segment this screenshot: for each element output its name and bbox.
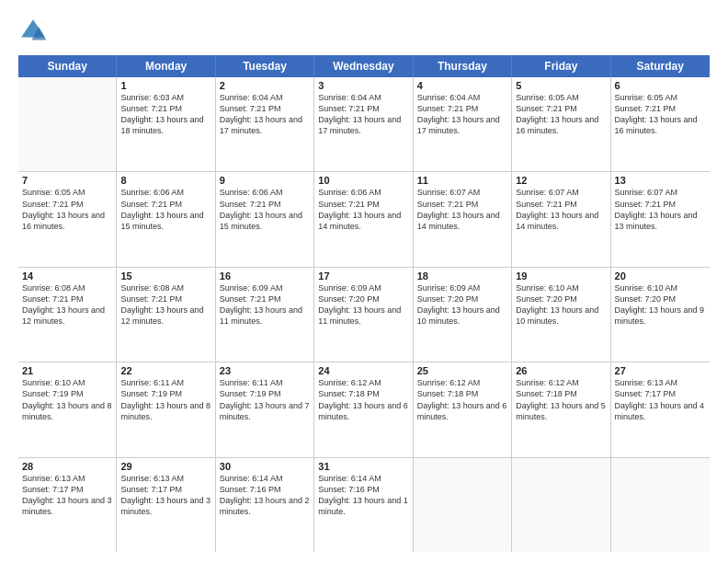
daylight-text: Daylight: 13 hours and 8 minutes. <box>120 400 210 422</box>
sunrise-text: Sunrise: 6:03 AM <box>120 92 210 103</box>
day-number: 27 <box>615 365 706 376</box>
logo <box>18 17 53 46</box>
sunset-text: Sunset: 7:21 PM <box>220 103 310 114</box>
empty-cell <box>18 77 117 171</box>
day-number: 2 <box>220 80 310 91</box>
day-number: 15 <box>120 270 210 282</box>
day-number: 5 <box>516 80 606 91</box>
sunset-text: Sunset: 7:18 PM <box>516 388 606 399</box>
daylight-text: Daylight: 13 hours and 6 minutes. <box>318 400 408 422</box>
calendar: SundayMondayTuesdayWednesdayThursdayFrid… <box>18 55 710 552</box>
daylight-text: Daylight: 13 hours and 2 minutes. <box>220 495 310 517</box>
day-number: 13 <box>615 175 706 186</box>
sunrise-text: Sunrise: 6:04 AM <box>318 92 408 103</box>
sunrise-text: Sunrise: 6:09 AM <box>220 282 310 293</box>
day-number: 22 <box>120 365 210 376</box>
sunrise-text: Sunrise: 6:05 AM <box>22 187 112 198</box>
day-cell-7: 7Sunrise: 6:05 AMSunset: 7:21 PMDaylight… <box>18 172 117 266</box>
day-number: 8 <box>120 175 210 186</box>
day-number: 4 <box>417 80 507 91</box>
day-cell-15: 15Sunrise: 6:08 AMSunset: 7:21 PMDayligh… <box>117 268 215 362</box>
daylight-text: Daylight: 13 hours and 16 minutes. <box>22 210 112 232</box>
daylight-text: Daylight: 13 hours and 17 minutes. <box>417 114 507 136</box>
header-cell-monday: Monday <box>117 55 215 77</box>
day-cell-8: 8Sunrise: 6:06 AMSunset: 7:21 PMDaylight… <box>117 172 215 266</box>
daylight-text: Daylight: 13 hours and 5 minutes. <box>516 400 606 422</box>
page: SundayMondayTuesdayWednesdayThursdayFrid… <box>0 0 728 563</box>
day-number: 29 <box>120 461 210 472</box>
day-cell-4: 4Sunrise: 6:04 AMSunset: 7:21 PMDaylight… <box>414 77 512 171</box>
day-cell-5: 5Sunrise: 6:05 AMSunset: 7:21 PMDaylight… <box>512 77 610 171</box>
daylight-text: Daylight: 13 hours and 14 minutes. <box>516 210 606 232</box>
day-number: 21 <box>22 365 112 376</box>
day-cell-1: 1Sunrise: 6:03 AMSunset: 7:21 PMDaylight… <box>117 77 215 171</box>
sunset-text: Sunset: 7:20 PM <box>516 293 606 304</box>
sunrise-text: Sunrise: 6:08 AM <box>120 282 210 293</box>
daylight-text: Daylight: 13 hours and 16 minutes. <box>516 114 606 136</box>
day-cell-24: 24Sunrise: 6:12 AMSunset: 7:18 PMDayligh… <box>314 362 413 456</box>
daylight-text: Daylight: 13 hours and 13 minutes. <box>615 210 706 232</box>
sunrise-text: Sunrise: 6:08 AM <box>22 282 112 293</box>
daylight-text: Daylight: 13 hours and 17 minutes. <box>318 114 408 136</box>
sunrise-text: Sunrise: 6:06 AM <box>120 187 210 198</box>
sunrise-text: Sunrise: 6:07 AM <box>417 187 507 198</box>
day-cell-16: 16Sunrise: 6:09 AMSunset: 7:21 PMDayligh… <box>216 268 314 362</box>
day-cell-30: 30Sunrise: 6:14 AMSunset: 7:16 PMDayligh… <box>216 458 314 552</box>
day-cell-17: 17Sunrise: 6:09 AMSunset: 7:20 PMDayligh… <box>314 268 413 362</box>
day-cell-13: 13Sunrise: 6:07 AMSunset: 7:21 PMDayligh… <box>611 172 710 266</box>
daylight-text: Daylight: 13 hours and 9 minutes. <box>615 304 706 327</box>
day-number: 1 <box>120 80 210 91</box>
daylight-text: Daylight: 13 hours and 12 minutes. <box>120 304 210 327</box>
daylight-text: Daylight: 13 hours and 15 minutes. <box>220 210 310 232</box>
day-number: 20 <box>615 270 706 282</box>
day-cell-26: 26Sunrise: 6:12 AMSunset: 7:18 PMDayligh… <box>512 362 610 456</box>
day-number: 14 <box>22 270 112 282</box>
logo-icon <box>18 17 48 46</box>
sunset-text: Sunset: 7:19 PM <box>22 388 112 399</box>
day-cell-22: 22Sunrise: 6:11 AMSunset: 7:19 PMDayligh… <box>117 362 215 456</box>
sunrise-text: Sunrise: 6:13 AM <box>615 377 706 388</box>
day-cell-10: 10Sunrise: 6:06 AMSunset: 7:21 PMDayligh… <box>314 172 413 266</box>
sunset-text: Sunset: 7:18 PM <box>318 388 408 399</box>
day-number: 30 <box>220 461 310 472</box>
day-number: 28 <box>22 461 112 472</box>
sunset-text: Sunset: 7:17 PM <box>120 484 210 495</box>
sunrise-text: Sunrise: 6:12 AM <box>318 377 408 388</box>
day-number: 9 <box>220 175 310 186</box>
header-cell-wednesday: Wednesday <box>314 55 413 77</box>
sunset-text: Sunset: 7:20 PM <box>318 293 408 304</box>
sunrise-text: Sunrise: 6:14 AM <box>220 473 310 484</box>
daylight-text: Daylight: 13 hours and 11 minutes. <box>318 304 408 327</box>
week-row-1: 1Sunrise: 6:03 AMSunset: 7:21 PMDaylight… <box>18 77 710 172</box>
sunrise-text: Sunrise: 6:06 AM <box>318 187 408 198</box>
day-number: 18 <box>417 270 507 282</box>
day-number: 12 <box>516 175 606 186</box>
empty-cell <box>512 458 610 552</box>
daylight-text: Daylight: 13 hours and 11 minutes. <box>220 304 310 327</box>
header-cell-sunday: Sunday <box>18 55 117 77</box>
day-cell-12: 12Sunrise: 6:07 AMSunset: 7:21 PMDayligh… <box>512 172 610 266</box>
day-cell-18: 18Sunrise: 6:09 AMSunset: 7:20 PMDayligh… <box>414 268 512 362</box>
sunset-text: Sunset: 7:19 PM <box>220 388 310 399</box>
sunrise-text: Sunrise: 6:09 AM <box>417 282 507 293</box>
sunrise-text: Sunrise: 6:10 AM <box>22 377 112 388</box>
day-number: 7 <box>22 175 112 186</box>
week-row-2: 7Sunrise: 6:05 AMSunset: 7:21 PMDaylight… <box>18 172 710 267</box>
sunrise-text: Sunrise: 6:04 AM <box>417 92 507 103</box>
sunrise-text: Sunrise: 6:05 AM <box>516 92 606 103</box>
sunset-text: Sunset: 7:21 PM <box>220 199 310 210</box>
sunrise-text: Sunrise: 6:10 AM <box>615 282 706 293</box>
day-cell-28: 28Sunrise: 6:13 AMSunset: 7:17 PMDayligh… <box>18 458 117 552</box>
day-number: 23 <box>220 365 310 376</box>
daylight-text: Daylight: 13 hours and 4 minutes. <box>615 400 706 422</box>
day-cell-19: 19Sunrise: 6:10 AMSunset: 7:20 PMDayligh… <box>512 268 610 362</box>
sunset-text: Sunset: 7:21 PM <box>318 199 408 210</box>
sunset-text: Sunset: 7:17 PM <box>615 388 706 399</box>
week-row-5: 28Sunrise: 6:13 AMSunset: 7:17 PMDayligh… <box>18 458 710 552</box>
empty-cell <box>611 458 710 552</box>
day-cell-2: 2Sunrise: 6:04 AMSunset: 7:21 PMDaylight… <box>216 77 314 171</box>
sunrise-text: Sunrise: 6:09 AM <box>318 282 408 293</box>
day-number: 31 <box>318 461 408 472</box>
day-cell-9: 9Sunrise: 6:06 AMSunset: 7:21 PMDaylight… <box>216 172 314 266</box>
sunset-text: Sunset: 7:21 PM <box>615 103 706 114</box>
